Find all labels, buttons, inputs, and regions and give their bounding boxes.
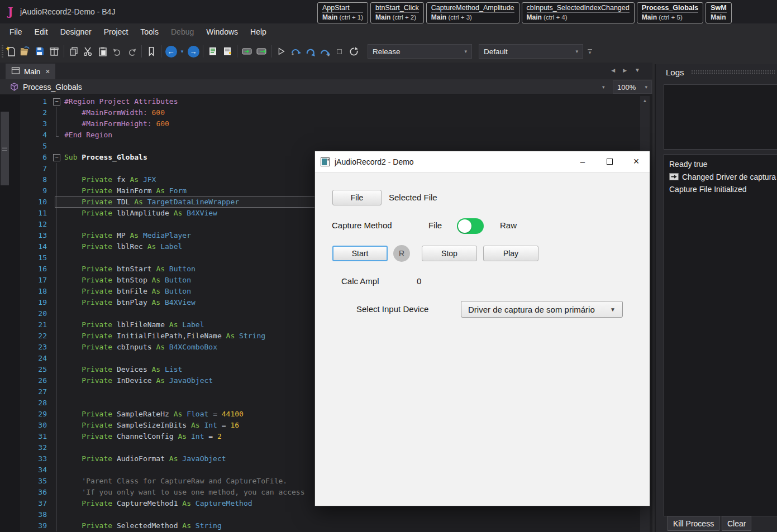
line-number[interactable]: 24	[0, 353, 51, 364]
run-configuration-select[interactable]: Default ▾	[479, 44, 583, 59]
line-number[interactable]: 31	[0, 431, 51, 442]
line-number[interactable]: 9	[0, 185, 51, 196]
module-in-icon[interactable]	[240, 44, 254, 59]
line-number[interactable]: 17	[0, 275, 51, 286]
line-number[interactable]: 37	[0, 498, 51, 509]
code-line-2[interactable]: 2 #MainFormWidth: 600	[0, 107, 641, 118]
save-icon[interactable]	[32, 44, 47, 59]
stop-button[interactable]: Stop	[422, 246, 477, 261]
line-number[interactable]: 22	[0, 330, 51, 342]
code-navigation-bar[interactable]: Process_Globals ▾ 100% ▾	[0, 79, 652, 95]
step-over-icon[interactable]	[317, 44, 332, 59]
line-number[interactable]: 13	[0, 230, 51, 241]
package-icon[interactable]	[47, 44, 61, 59]
line-number[interactable]: 23	[0, 342, 51, 353]
quick-tab-Process_Globals[interactable]: Process_GlobalsMain (ctrl + 5)	[637, 2, 703, 23]
menu-edit[interactable]: Edit	[28, 25, 54, 39]
module-out-icon[interactable]	[254, 44, 269, 59]
chevron-down-icon[interactable]: ▾	[602, 84, 605, 90]
editor-zoom-select[interactable]: 100% ▾	[613, 80, 652, 94]
quick-tab-btnStart_Click[interactable]: btnStart_ClickMain (ctrl + 2)	[370, 2, 424, 23]
open-project-icon[interactable]	[18, 44, 32, 59]
line-number[interactable]: 33	[0, 453, 51, 464]
code-line-38[interactable]: 38	[0, 509, 641, 520]
line-number[interactable]: 39	[0, 520, 51, 531]
logs-panel-header[interactable]: Logs	[656, 64, 777, 80]
line-number[interactable]: 28	[0, 397, 51, 409]
line-number[interactable]: 25	[0, 364, 51, 375]
play-button[interactable]: Play	[483, 246, 538, 261]
line-number[interactable]: 35	[0, 476, 51, 487]
code-line-4[interactable]: 4#End Region	[0, 130, 641, 141]
comments-icon[interactable]	[220, 44, 235, 59]
tab-main[interactable]: Main ×	[6, 64, 55, 79]
code-line-3[interactable]: 3 #MainFormHeight: 600	[0, 118, 641, 130]
close-tab-icon[interactable]: ×	[45, 67, 50, 76]
line-number[interactable]: 29	[0, 409, 51, 420]
copy-icon[interactable]	[66, 44, 81, 59]
rebuild-icon[interactable]	[346, 44, 361, 59]
bookmark-icon[interactable]	[144, 44, 159, 59]
new-file-icon[interactable]	[3, 44, 18, 59]
fold-toggle-icon[interactable]	[51, 152, 61, 163]
scroll-tabs-right-icon[interactable]: ▶	[623, 68, 627, 73]
menu-tools[interactable]: Tools	[134, 25, 165, 39]
toolbar-overflow-icon[interactable]: ▾	[588, 49, 592, 54]
build-configuration-select[interactable]: Release ▾	[368, 44, 472, 59]
cut-icon[interactable]	[81, 44, 96, 59]
quick-tab-cbInputs_SelectedIndexChanged[interactable]: cbInputs_SelectedIndexChangedMain (ctrl …	[522, 2, 635, 23]
line-number[interactable]: 34	[0, 464, 51, 476]
paste-icon[interactable]	[96, 44, 110, 59]
line-number[interactable]: 30	[0, 420, 51, 431]
logs-output-box[interactable]: Ready trueChanged Driver de capturaCaptu…	[664, 154, 777, 516]
line-number[interactable]: 10	[0, 196, 51, 208]
line-number[interactable]: 18	[0, 286, 51, 297]
code-line-5[interactable]: 5	[0, 141, 641, 152]
start-button[interactable]: Start	[332, 246, 388, 261]
forward-icon[interactable]: →	[186, 44, 201, 59]
line-number[interactable]: 11	[0, 208, 51, 219]
scroll-up-icon[interactable]: ▲	[640, 96, 650, 105]
line-number[interactable]: 38	[0, 509, 51, 520]
line-number[interactable]: 20	[0, 308, 51, 319]
line-number[interactable]: 12	[0, 219, 51, 230]
undo-icon[interactable]	[110, 44, 125, 59]
scrollbar-thumb[interactable]	[1, 112, 9, 185]
resume-icon[interactable]	[303, 44, 317, 59]
demo-window-titlebar[interactable]: jAudioRecord2 - Demo – ×	[315, 151, 650, 172]
capture-method-toggle[interactable]	[457, 218, 484, 234]
tab-list-dropdown-icon[interactable]: ▼	[635, 67, 640, 73]
quick-tab-CaptureMethod_Amplitude[interactable]: CaptureMethod_AmplitudeMain (ctrl + 3)	[426, 2, 519, 23]
code-line-39[interactable]: 39 Private SelectedMethod As String	[0, 520, 641, 531]
quick-tab-SwM[interactable]: SwMMain	[706, 2, 731, 23]
clear-logs-button[interactable]: Clear	[722, 516, 751, 531]
scroll-tabs-left-icon[interactable]: ◀	[611, 68, 615, 73]
line-number[interactable]: 32	[0, 442, 51, 453]
menu-project[interactable]: Project	[98, 25, 135, 39]
kill-process-button[interactable]: Kill Process	[668, 516, 719, 531]
line-number[interactable]: 16	[0, 263, 51, 275]
line-number[interactable]: 26	[0, 375, 51, 386]
minimize-icon[interactable]: –	[569, 151, 596, 172]
line-number[interactable]: 27	[0, 386, 51, 397]
redo-icon[interactable]	[125, 44, 139, 59]
menu-help[interactable]: Help	[244, 25, 273, 39]
menu-windows[interactable]: Windows	[200, 25, 244, 39]
back-icon[interactable]: ←	[164, 44, 178, 59]
line-number[interactable]: 1	[0, 96, 51, 107]
file-button[interactable]: File	[332, 190, 382, 205]
line-number[interactable]: 36	[0, 487, 51, 498]
quick-tab-AppStart[interactable]: AppStartMain (ctrl + 1)	[317, 2, 368, 23]
line-number[interactable]: 19	[0, 297, 51, 308]
line-number[interactable]: 15	[0, 252, 51, 263]
input-device-combobox[interactable]: Driver de captura de som primário ▼	[461, 301, 623, 318]
step-into-icon[interactable]	[288, 44, 303, 59]
menu-file[interactable]: File	[3, 25, 28, 39]
close-icon[interactable]: ×	[623, 151, 650, 172]
stop-icon[interactable]	[332, 44, 346, 59]
fold-toggle-icon[interactable]	[51, 96, 61, 107]
code-line-1[interactable]: 1#Region Project Attributes	[0, 96, 641, 107]
line-number[interactable]: 14	[0, 241, 51, 252]
back-history-dropdown-icon[interactable]: ▾	[178, 44, 186, 59]
maximize-icon[interactable]	[596, 151, 623, 172]
